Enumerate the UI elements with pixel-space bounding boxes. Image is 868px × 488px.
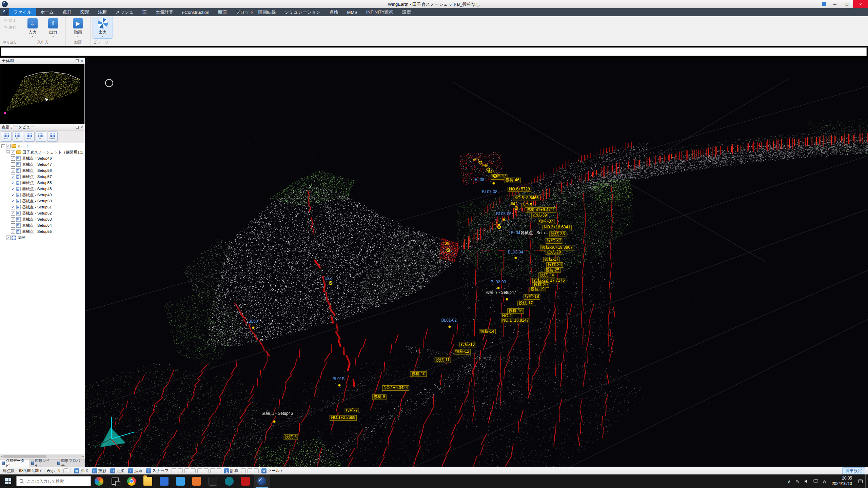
stake-label[interactable]: 役杭-41+9.4711	[525, 207, 556, 213]
stake-label[interactable]: 役杭-11	[434, 358, 451, 363]
snap-option-icon[interactable]	[178, 468, 183, 473]
station-setup-label[interactable]: 器械点 - Setup46	[261, 411, 294, 416]
visibility-checkbox[interactable]: ✓	[11, 162, 15, 167]
palette-icon[interactable]	[63, 468, 68, 473]
tree-node-setup-5[interactable]: ✓器械点 - Setup58	[0, 180, 85, 186]
stake-label[interactable]: 役杭-46	[504, 178, 521, 183]
overview-canvas[interactable]	[0, 64, 84, 124]
tree-node-setup-9[interactable]: ✓器械点 - Setup51	[0, 204, 85, 210]
menu-tab-6[interactable]: メッシュ	[111, 8, 138, 16]
tree-node-setup-4[interactable]: ✓器械点 - Setup57	[0, 174, 85, 180]
taskbar-clock[interactable]: 20:05 2024/10/10	[828, 476, 855, 486]
output-button[interactable]: ⇑ 出力 ▾	[43, 17, 63, 38]
easy-setting-button[interactable]: 簡単設定	[842, 467, 865, 474]
input-button[interactable]: ⇓ 入力 ▾	[23, 17, 42, 38]
stake-label[interactable]: 役杭-8	[372, 394, 387, 400]
tree-node-setup-11[interactable]: ✓器械点 - Setup53	[0, 216, 85, 222]
scroll-left-icon[interactable]: ◂	[1, 455, 2, 458]
ribbon-style-icon[interactable]	[820, 0, 829, 8]
viewer-output-button[interactable]: 出力 ▾	[93, 17, 113, 38]
app-blue-icon[interactable]	[156, 474, 172, 488]
visibility-checkbox[interactable]: ✓	[11, 156, 15, 161]
stake-label[interactable]: 役杭-32	[546, 238, 562, 244]
status-tool-4[interactable]: ↕拡縮	[127, 468, 143, 474]
stake-label[interactable]: 役杭-39	[531, 213, 548, 218]
stake-label[interactable]: 役杭-24	[538, 272, 555, 278]
notification-icon[interactable]	[855, 474, 865, 488]
snap-option-icon[interactable]	[191, 468, 196, 473]
app-orange-icon[interactable]	[189, 474, 205, 488]
visibility-checkbox[interactable]: ✓	[11, 217, 15, 222]
datapanel-tool-1[interactable]: ALL	[1, 131, 12, 142]
station-setup-label[interactable]: 器械点 - Setup47	[485, 290, 517, 295]
stake-label[interactable]: NO.5	[521, 203, 533, 208]
pen-icon[interactable]: ✎	[793, 474, 802, 488]
app-teal-icon[interactable]	[221, 474, 237, 488]
block-label[interactable]: BL00	[248, 319, 259, 324]
visibility-checkbox[interactable]: ✓	[11, 211, 15, 216]
block-label[interactable]: BL01-02	[440, 318, 457, 323]
block-label[interactable]: BL05-06	[495, 212, 512, 217]
stake-label[interactable]: 役杭-37	[538, 219, 554, 224]
close-panel-icon[interactable]: ×	[80, 125, 83, 129]
tree-node-setup-13[interactable]: ✓器械点 - Setup55	[0, 228, 85, 235]
chrome-icon[interactable]	[123, 474, 140, 488]
speaker-icon[interactable]	[802, 474, 811, 488]
tree-node-setup-6[interactable]: ✓器械点 - Setup48	[0, 186, 85, 192]
status-tool-2[interactable]: ◫投影	[91, 468, 107, 474]
stake-label[interactable]: NO.1+2.2669	[330, 415, 357, 421]
stake-label[interactable]: 役杭-29	[546, 250, 562, 255]
tree-node-setup-7[interactable]: ✓器械点 - Setup49	[0, 192, 85, 198]
snap-option-icon[interactable]	[197, 468, 202, 473]
stake-label[interactable]: 役杭-13	[459, 342, 476, 347]
stake-label[interactable]: NO.1+6.0424	[382, 385, 409, 391]
edit-icon[interactable]: ✎	[57, 468, 61, 473]
tray-chevron-icon[interactable]: ∧	[785, 474, 793, 488]
menu-tab-5[interactable]: 注釈	[94, 8, 111, 16]
stake-label[interactable]: 役杭-26	[546, 262, 563, 268]
show-desktop-button[interactable]	[865, 474, 868, 488]
datapanel-tool-4[interactable]: ALL	[36, 131, 46, 142]
menu-tab-15[interactable]: INFINITY連携	[362, 8, 398, 16]
taskbar-search[interactable]	[16, 476, 91, 486]
snap-option-icon[interactable]	[204, 468, 209, 473]
scroll-right-icon[interactable]: ▸	[82, 455, 84, 458]
stake-label[interactable]: 役杭-7	[344, 408, 359, 413]
tree-node-setup-3[interactable]: ✓器械点 - Setup56	[0, 167, 85, 174]
snap-option-icon[interactable]	[241, 468, 246, 473]
visibility-checkbox[interactable]: ✓	[11, 229, 15, 234]
expander-icon[interactable]: −	[1, 144, 5, 148]
file-explorer-icon[interactable]	[140, 474, 156, 488]
pin-icon[interactable]	[76, 126, 79, 129]
app-menu-icon[interactable]	[2, 9, 8, 15]
visibility-checkbox[interactable]: ✓	[11, 150, 15, 155]
snap-option-icon[interactable]	[248, 468, 252, 473]
dock-tab-2[interactable]: 図形レイヤ...	[29, 460, 55, 467]
tree-node-setup-10[interactable]: ✓器械点 - Setup52	[0, 210, 85, 216]
undo-button[interactable]: ↶ 戻す	[4, 17, 16, 24]
tree-node-setup-2[interactable]: ✓器械点 - Setup47	[0, 161, 85, 167]
visibility-checkbox[interactable]: ✓	[11, 181, 15, 185]
stake-label[interactable]: 役杭-12	[454, 349, 471, 354]
redo-button[interactable]: ↷ 進む	[4, 24, 16, 31]
scan-station-label[interactable]: #39	[442, 241, 449, 246]
tree-node-root[interactable]: −✓ルート	[0, 143, 85, 149]
visibility-checkbox[interactable]: ✓	[11, 199, 15, 203]
status-tool-1[interactable]: ▦抽出	[73, 468, 90, 474]
visibility-checkbox[interactable]: ✓	[11, 168, 15, 173]
block-label[interactable]: BL04	[510, 231, 521, 236]
menu-tab-7[interactable]: 面	[138, 8, 151, 16]
datapanel-tool-5[interactable]: VIEW	[47, 131, 58, 142]
expander-icon[interactable]: −	[6, 150, 10, 154]
tree-node-setup-8[interactable]: ✓器械点 - Setup50	[0, 198, 85, 204]
tree-node-project[interactable]: −✓田子倉スノーシェッド（練習用1）1	[0, 149, 85, 155]
acrobat-icon[interactable]	[237, 474, 254, 488]
maximize-button[interactable]: □	[841, 0, 853, 8]
menu-tab-8[interactable]: 土量計算	[151, 8, 178, 16]
close-panel-icon[interactable]: ×	[80, 59, 83, 63]
snap-option-icon[interactable]	[254, 468, 259, 473]
menu-tab-4[interactable]: 図形	[76, 8, 94, 16]
network-icon[interactable]	[811, 474, 821, 488]
block-label[interactable]: BL07-08	[481, 190, 498, 195]
block-label[interactable]: BL03-04	[507, 250, 524, 255]
